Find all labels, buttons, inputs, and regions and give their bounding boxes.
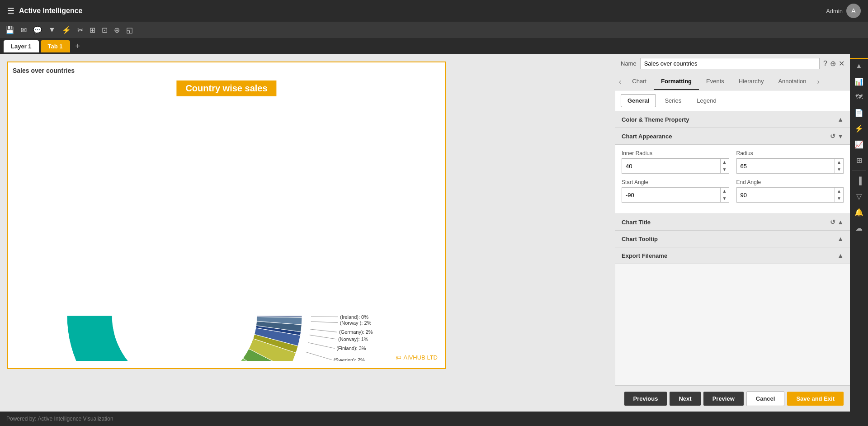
chart-appearance-section-header[interactable]: Chart Appearance ↺ ▼	[615, 128, 850, 145]
save-exit-button[interactable]: Save and Exit	[787, 392, 844, 406]
end-angle-down[interactable]: ▼	[835, 195, 843, 202]
chart-tooltip-collapse-icon[interactable]: ▲	[837, 235, 844, 242]
color-theme-section-header[interactable]: Color & Theme Property ▲	[615, 111, 850, 128]
rs-map-icon[interactable]: 🗺	[850, 90, 868, 104]
inner-radius-spinner[interactable]: ▲ ▼	[721, 158, 729, 174]
preview-button[interactable]: Preview	[703, 392, 744, 406]
start-angle-spinner[interactable]: ▲ ▼	[721, 187, 729, 203]
export-filename-collapse-icon[interactable]: ▲	[837, 252, 844, 259]
sub-tab-series[interactable]: Series	[658, 94, 688, 107]
lightning-icon[interactable]: ⚡	[60, 24, 73, 36]
rs-grid2-icon[interactable]: ⊞	[850, 153, 868, 168]
tab1[interactable]: Tab 1	[41, 40, 70, 52]
svg-text:(Sweden): 2%: (Sweden): 2%	[334, 357, 365, 361]
tab-chart[interactable]: Chart	[625, 73, 654, 90]
chart-tooltip-section-header[interactable]: Chart Tooltip ▲	[615, 231, 850, 247]
radius-input[interactable]	[736, 158, 835, 174]
svg-text:(Norway ): 2%: (Norway ): 2%	[340, 320, 372, 326]
radius-label: Radius	[736, 150, 844, 156]
end-angle-label: End Angle	[736, 179, 844, 185]
canvas-area: Sales over countries Country wise sales …	[0, 54, 615, 412]
start-angle-up[interactable]: ▲	[721, 188, 729, 195]
rs-line-chart-icon[interactable]: 📈	[850, 137, 868, 152]
tab-events[interactable]: Events	[699, 73, 731, 90]
layer-tab[interactable]: Layer 1	[4, 40, 39, 52]
rs-bar-icon[interactable]: ▐	[850, 174, 868, 188]
radius-spinner[interactable]: ▲ ▼	[835, 158, 844, 174]
rs-funnel-icon[interactable]: ▽	[850, 189, 868, 204]
panel-tab-right-arrow[interactable]: ›	[814, 74, 823, 90]
radius-group: Radius ▲ ▼	[736, 150, 844, 174]
svg-text:(Finland): 3%: (Finland): 3%	[336, 346, 366, 351]
end-angle-group: End Angle ▲ ▼	[736, 179, 844, 203]
save-icon[interactable]: 💾	[4, 24, 16, 36]
help-icon[interactable]: ?	[823, 60, 827, 68]
add-tab-button[interactable]: +	[72, 40, 84, 53]
svg-line-34	[308, 343, 335, 349]
rs-cloud-icon[interactable]: ☁	[850, 221, 868, 236]
inner-radius-down[interactable]: ▼	[721, 166, 729, 173]
filter-icon[interactable]: ▼	[47, 24, 57, 36]
previous-button[interactable]: Previous	[624, 392, 667, 406]
end-angle-input[interactable]	[736, 187, 835, 203]
export-filename-section-header[interactable]: Export Filename ▲	[615, 247, 850, 264]
inner-radius-input[interactable]	[622, 158, 721, 174]
watermark-text: AIVHUB LTD	[403, 354, 438, 361]
inner-radius-up[interactable]: ▲	[721, 159, 729, 166]
scissors-icon[interactable]: ✂	[75, 24, 85, 36]
tab-annotation[interactable]: Annotation	[771, 73, 813, 90]
cancel-button[interactable]: Cancel	[746, 391, 785, 406]
grid-icon[interactable]: ⊞	[88, 24, 97, 36]
chart-title-overlay: Country wise sales	[176, 80, 276, 96]
tab-formatting[interactable]: Formatting	[654, 73, 699, 90]
next-button[interactable]: Next	[670, 392, 700, 406]
svg-text:(Ireland): 0%: (Ireland): 0%	[340, 314, 368, 320]
radius-up[interactable]: ▲	[835, 159, 843, 166]
watermark-icon: 🏷	[396, 354, 401, 361]
sub-tab-general[interactable]: General	[621, 94, 656, 107]
user-label: Admin	[826, 8, 843, 14]
start-angle-input[interactable]	[622, 187, 721, 203]
close-icon[interactable]: ✕	[839, 59, 844, 68]
chart-title-label: Chart Title	[622, 219, 651, 226]
watermark: 🏷 AIVHUB LTD	[396, 354, 438, 361]
inner-radius-group: Inner Radius ▲ ▼	[622, 150, 729, 174]
chart-appearance-refresh-icon[interactable]: ↺	[830, 133, 835, 140]
frame-icon[interactable]: ◱	[124, 24, 135, 36]
tab-hierarchy[interactable]: Hierarchy	[731, 73, 771, 90]
start-angle-down[interactable]: ▼	[721, 195, 729, 202]
end-angle-up[interactable]: ▲	[835, 188, 843, 195]
svg-text:(Germany): 2%: (Germany): 2%	[339, 329, 373, 335]
inner-radius-input-wrap: ▲ ▼	[622, 158, 729, 174]
move-icon[interactable]: ⊕	[830, 59, 836, 68]
panel-tab-left-arrow[interactable]: ‹	[615, 74, 625, 90]
chart-title-collapse-icon[interactable]: ▲	[837, 218, 844, 226]
main-area: Sales over countries Country wise sales …	[0, 54, 868, 412]
end-angle-spinner[interactable]: ▲ ▼	[835, 187, 844, 203]
start-angle-label: Start Angle	[622, 179, 729, 185]
chart-widget: Sales over countries Country wise sales …	[7, 62, 446, 369]
comment-icon[interactable]: 💬	[31, 24, 44, 36]
panel-name-input[interactable]	[640, 58, 820, 69]
rs-flash-icon[interactable]: ⚡	[850, 121, 868, 136]
chart-title-section-header[interactable]: Chart Title ↺ ▲	[615, 214, 850, 231]
start-angle-group: Start Angle ▲ ▼	[622, 179, 729, 203]
svg-text:(Norway): 1%: (Norway): 1%	[338, 336, 368, 342]
sub-tab-legend[interactable]: Legend	[690, 94, 723, 107]
rs-chart-icon[interactable]: 📊	[850, 74, 868, 89]
menu-icon[interactable]: ☰	[7, 6, 14, 16]
chart-appearance-collapse-icon[interactable]: ▼	[837, 133, 844, 140]
email-icon[interactable]: ✉	[19, 24, 28, 36]
rs-bell-icon[interactable]: 🔔	[850, 205, 868, 220]
widget-title: Sales over countries	[13, 67, 440, 74]
add-icon[interactable]: ⊕	[112, 24, 122, 36]
rs-report-icon[interactable]: 📄	[850, 105, 868, 120]
radius-down[interactable]: ▼	[835, 166, 843, 173]
radius-row: Inner Radius ▲ ▼ Radius	[622, 150, 844, 174]
color-theme-collapse-icon[interactable]: ▲	[837, 116, 844, 123]
app-title: Active Intelligence	[19, 7, 83, 15]
rs-upload-icon[interactable]: ▲	[850, 58, 868, 73]
chart-title-refresh-icon[interactable]: ↺	[830, 218, 835, 226]
chart-appearance-body: Inner Radius ▲ ▼ Radius	[615, 145, 850, 214]
layout-icon[interactable]: ⊡	[100, 24, 109, 36]
